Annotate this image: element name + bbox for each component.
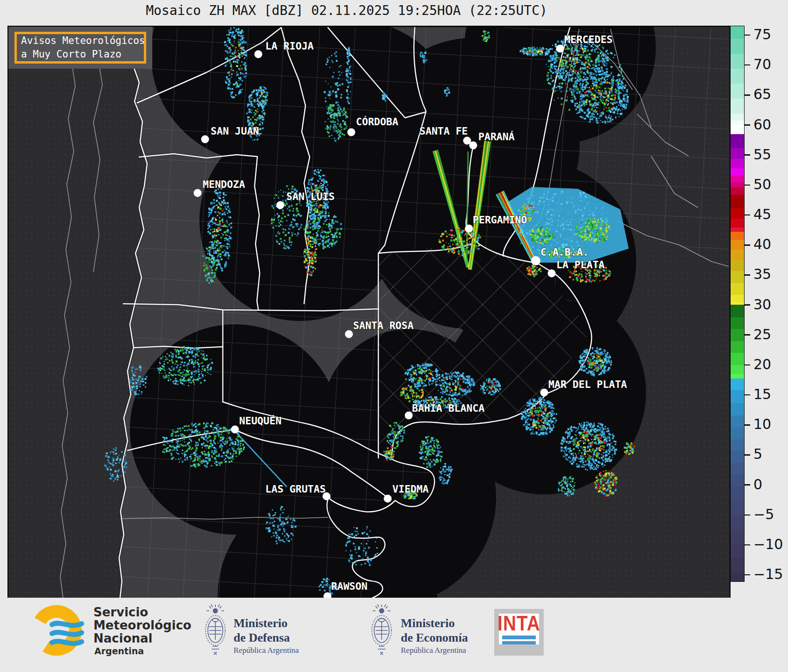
colorbar-tick	[745, 214, 750, 216]
economia-line-1: Ministerio	[401, 616, 468, 631]
economia-line-2: de Economía	[401, 631, 468, 645]
city-marker	[465, 225, 473, 233]
defensa-text: Ministerio de Defensa República Argentin…	[234, 616, 299, 655]
city-marker	[194, 189, 202, 197]
colorbar-tick-label: 5	[753, 446, 788, 462]
city-marker	[384, 495, 392, 503]
city-marker	[531, 256, 540, 265]
economia-text: Ministerio de Economía República Argenti…	[401, 616, 468, 655]
city-label: CÓRDOBA	[356, 116, 398, 128]
colorbar-tick	[745, 424, 750, 426]
smn-logo	[29, 602, 92, 660]
economia-line-3: República Argentina	[401, 646, 468, 655]
city-label: LA PLATA	[556, 259, 605, 271]
smn-line-3: Nacional	[93, 632, 192, 645]
colorbar-tick	[745, 484, 750, 486]
city-marker	[255, 50, 263, 58]
city-label: PERGAMINO	[473, 214, 527, 226]
colorbar-tick-label: 60	[753, 116, 788, 133]
colorbar-tick-label: 40	[753, 236, 788, 252]
city-marker	[548, 270, 556, 278]
city-marker	[345, 330, 353, 338]
footer-logos: Servicio Meteorológico Nacional Argentin…	[0, 598, 788, 672]
city-marker	[231, 426, 239, 434]
inta-logo-inner: INTA	[499, 614, 539, 644]
city-label: LA RIOJA	[265, 40, 314, 52]
colorbar-tick-label: 20	[753, 356, 788, 372]
warning-banner-frame: Avisos Meteorológicos a Muy Corto Plazo	[14, 32, 146, 64]
city-label: PARANÁ	[478, 131, 515, 143]
colorbar-tick	[745, 574, 750, 576]
defensa-crest-icon	[201, 601, 230, 661]
city-marker	[277, 201, 284, 209]
warning-line-1: Avisos Meteorológicos	[21, 34, 144, 48]
inta-logo: INTA	[494, 609, 544, 656]
figure-title: Mosaico ZH MAX [dBZ] 02.11.2025 19:25HOA…	[7, 3, 686, 18]
colorbar-tick	[745, 244, 750, 246]
city-marker	[405, 412, 413, 420]
city-label: C.A.B.A.	[540, 246, 589, 258]
colorbar-tick-label: 75	[753, 26, 788, 43]
colorbar-tick	[745, 35, 750, 36]
city-label: MAR DEL PLATA	[548, 379, 627, 390]
colorbar-tick-label: 15	[753, 386, 788, 402]
colorbar-tick	[745, 454, 750, 456]
colorbar-tick	[745, 515, 750, 516]
economia-crest-icon	[367, 601, 396, 661]
colorbar-tick-label: −5	[753, 506, 788, 522]
colorbar-tick	[745, 154, 750, 156]
radar-map-canvas: LA RIOJAMERCEDESSAN JUANCÓRDOBASANTA FEP…	[8, 27, 730, 598]
colorbar-tick	[745, 304, 750, 306]
city-marker	[348, 129, 355, 136]
colorbar-tick	[745, 274, 750, 276]
inta-bar-1	[502, 636, 536, 639]
colorbar-tick-label: 25	[753, 326, 788, 343]
smn-line-2: Meteorológico	[93, 619, 192, 632]
colorbar-tick-label: 50	[753, 176, 788, 193]
colorbar-tick	[745, 334, 750, 336]
smn-logo-icon	[29, 602, 92, 658]
colorbar-gradient	[730, 26, 745, 582]
warning-line-2: a Muy Corto Plazo	[21, 48, 144, 61]
city-label: SANTA FE	[419, 125, 468, 137]
warning-banner[interactable]: Avisos Meteorológicos a Muy Corto Plazo	[8, 27, 152, 69]
colorbar-tick	[745, 365, 750, 366]
radar-mosaic-page: Mosaico ZH MAX [dBZ] 02.11.2025 19:25HOA…	[0, 0, 788, 672]
defensa-line-3: República Argentina	[234, 646, 299, 655]
defensa-line-2: de Defensa	[234, 631, 299, 645]
colorbar-tick-label: 65	[753, 86, 788, 102]
city-label: RAWSON	[331, 580, 368, 592]
colorbar-tick-label: −15	[753, 566, 788, 582]
colorbar-tick-label: 0	[753, 476, 788, 493]
colorbar-tick	[745, 544, 750, 546]
smn-country: Argentina	[94, 646, 192, 656]
inta-bar-2	[502, 641, 536, 645]
smn-logo-text: Servicio Meteorológico Nacional Argentin…	[93, 606, 192, 656]
radar-map: LA RIOJAMERCEDESSAN JUANCÓRDOBASANTA FEP…	[7, 26, 731, 599]
city-label: LAS GRUTAS	[265, 483, 326, 495]
city-marker	[201, 136, 209, 143]
colorbar-tick-label: −10	[753, 536, 788, 552]
city-label: SAN LUIS	[286, 191, 335, 202]
colorbar-tick	[745, 124, 750, 126]
colorbar-tick-label: 45	[753, 206, 788, 222]
colorbar-tick	[745, 64, 750, 66]
city-label: MERCEDES	[564, 34, 613, 45]
city-label: VIEDMA	[392, 483, 429, 495]
inta-label: INTA	[497, 612, 540, 635]
city-label: NEUQUÉN	[239, 415, 282, 427]
smn-line-1: Servicio	[93, 606, 192, 619]
city-marker	[556, 45, 564, 53]
city-label: MENDOZA	[203, 179, 245, 190]
city-label: SANTA ROSA	[353, 320, 413, 331]
colorbar-tick	[745, 394, 750, 396]
colorbar-tick-label: 10	[753, 416, 788, 432]
colorbar-tick-label: 55	[753, 146, 788, 163]
colorbar-tick	[745, 185, 750, 186]
city-marker	[469, 142, 477, 150]
defensa-line-1: Ministerio	[234, 616, 299, 631]
colorbar-tick	[745, 94, 750, 96]
city-marker	[540, 389, 548, 397]
colorbar-tick-label: 30	[753, 296, 788, 313]
colorbar-tick-label: 70	[753, 56, 788, 72]
